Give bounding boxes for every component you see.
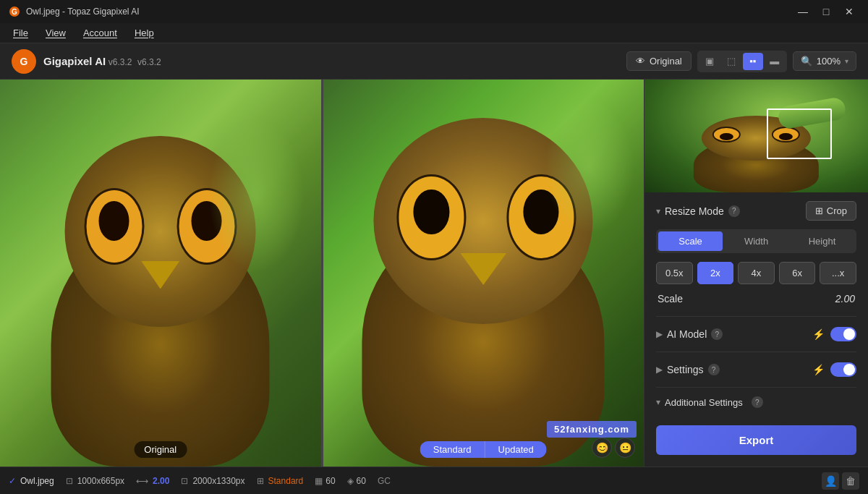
scale-indicator: 2.00	[153, 476, 169, 486]
menu-account[interactable]: Account	[76, 25, 124, 41]
main-content: Original	[0, 80, 868, 467]
scale-label: Scale	[658, 293, 683, 305]
ai-model-label: AI Model	[667, 328, 707, 340]
menu-bar: File View Account Help	[0, 23, 868, 43]
settings-chevron-icon: ▶	[656, 365, 663, 375]
scale-tab-width[interactable]: Width	[724, 231, 788, 251]
ai-model-header[interactable]: ▶ AI Model ? ⚡	[656, 325, 856, 343]
output-dims-item: ⊡ 2000x1330px	[181, 476, 244, 486]
app-name: Gigapixel AI	[43, 55, 106, 67]
mult-2x-button[interactable]: 2x	[697, 262, 734, 284]
svg-text:G: G	[12, 8, 17, 16]
settings-label: Settings	[667, 364, 704, 375]
preset-value: Standard	[268, 476, 304, 486]
preset-icon: ⊞	[257, 476, 264, 486]
app-logo: G Gigapixel AI v6.3.2 v6.3.2	[12, 49, 161, 74]
view-split-active-button[interactable]: ▪▪	[743, 53, 763, 70]
scale-tab-height[interactable]: Height	[790, 231, 854, 251]
scale-arrows-icon: ⟷	[136, 476, 148, 486]
ai-model-chevron-icon: ▶	[656, 329, 663, 339]
zoom-control[interactable]: 🔍 100% ▾	[793, 51, 856, 71]
trash-button[interactable]: 🗑	[842, 472, 859, 490]
preset-item: ⊞ Standard	[257, 476, 304, 486]
bottom-actions: 👤 🗑	[822, 472, 859, 490]
app-version: v6.3.2	[109, 57, 132, 67]
watermark: 52fanxing.com	[547, 421, 637, 438]
settings-help-icon[interactable]: ?	[708, 364, 720, 375]
neutral-mood-button[interactable]: 😐	[615, 438, 635, 458]
scale-tab-scale[interactable]: Scale	[658, 231, 723, 251]
view-controls: 👁 Original ▣ ⬚ ▪▪ ▬ 🔍 100% ▾	[626, 51, 856, 72]
mult-4x-button[interactable]: 4x	[738, 262, 775, 284]
zoom-value: 100%	[817, 56, 841, 67]
app-header: G Gigapixel AI v6.3.2 v6.3.2 👁 Original …	[0, 43, 868, 80]
view-single-button[interactable]: ▣	[699, 53, 720, 70]
menu-file[interactable]: File	[6, 25, 35, 41]
standard-label: Standard	[420, 441, 485, 458]
logo-circle: G	[12, 49, 36, 74]
ai-model-help-icon[interactable]: ?	[711, 328, 723, 340]
scale-value-row: Scale 2.00	[656, 293, 856, 305]
ai-model-toggle[interactable]	[830, 327, 856, 341]
mult-custom-button[interactable]: ...x	[820, 262, 856, 284]
right-sidebar: ▾ Resize Mode ? ⊞ Crop Scale Width Heigh…	[644, 80, 868, 467]
multiplier-row: 0.5x 2x 4x 6x ...x	[656, 262, 856, 284]
ai-model-lightning-icon: ⚡	[812, 328, 825, 340]
noise-item: ▦ 60	[315, 476, 335, 486]
export-button[interactable]: Export	[656, 425, 856, 455]
minimize-button[interactable]: —	[793, 1, 813, 22]
bottom-bar: ✓ Owl.jpeg ⊡ 1000x665px ⟷ 2.00 ⊡ 2000x13…	[0, 467, 868, 494]
person-button[interactable]: 👤	[822, 472, 839, 490]
menu-help[interactable]: Help	[127, 25, 161, 41]
gc-label: GC	[378, 476, 391, 486]
happy-mood-button[interactable]: 😊	[592, 438, 612, 458]
sharpness-item: ◈ 60	[347, 476, 366, 486]
sharpness-value: 60	[357, 476, 366, 486]
scale-tabs: Scale Width Height	[656, 229, 856, 253]
gc-item: GC	[378, 476, 391, 486]
maximize-button[interactable]: □	[816, 1, 836, 22]
thumbnail-image	[644, 80, 868, 192]
view-mode-group: ▣ ⬚ ▪▪ ▬	[697, 51, 787, 72]
thumbnail-viewport	[767, 108, 832, 159]
close-button[interactable]: ✕	[839, 1, 859, 22]
zoom-chevron-icon: ▾	[845, 57, 848, 65]
view-split-v-button[interactable]: ⬚	[721, 53, 741, 70]
original-toggle-button[interactable]: 👁 Original	[626, 51, 692, 71]
scale-item: ⟷ 2.00	[136, 476, 169, 486]
original-label: Original	[650, 56, 682, 67]
noise-value: 60	[326, 476, 335, 486]
settings-header[interactable]: ▶ Settings ? ⚡	[656, 361, 856, 378]
view-split-h-button[interactable]: ▬	[765, 53, 785, 70]
right-image-panel: 😊 😐 Standard Updated 52fanxing.com	[323, 80, 644, 467]
additional-settings-header[interactable]: ▾ Additional Settings ?	[656, 396, 856, 408]
mult-6x-button[interactable]: 6x	[779, 262, 816, 284]
mood-buttons: 😊 😐	[592, 438, 635, 458]
window-title: Owl.jpeg - Topaz Gigapixel AI	[26, 7, 140, 17]
file-name: Owl.jpeg	[20, 476, 54, 486]
resize-mode-section: ▾ Resize Mode ? ⊞ Crop	[656, 201, 856, 221]
output-dims: 2000x1330px	[192, 476, 244, 486]
input-dims-item: ⊡ 1000x665px	[66, 476, 124, 486]
menu-view[interactable]: View	[38, 25, 73, 41]
settings-section: ▶ Settings ? ⚡	[656, 352, 856, 387]
mult-0-5x-button[interactable]: 0.5x	[656, 262, 693, 284]
additional-settings-chevron-icon: ▾	[656, 397, 660, 407]
noise-icon: ▦	[315, 476, 323, 486]
zoom-icon: 🔍	[801, 56, 812, 67]
additional-settings-help-icon[interactable]: ?	[752, 396, 763, 408]
additional-settings-label: Additional Settings	[665, 397, 743, 408]
thumbnail-area	[644, 80, 868, 192]
eye-icon: 👁	[636, 56, 645, 67]
left-panel-label: Original	[134, 441, 187, 458]
input-dims-icon: ⊡	[66, 476, 73, 486]
ai-model-section: ▶ AI Model ? ⚡	[656, 316, 856, 352]
resize-mode-help-icon[interactable]: ?	[728, 205, 740, 217]
crop-button[interactable]: ⊞ Crop	[806, 201, 856, 221]
settings-toggle[interactable]	[830, 362, 856, 377]
resize-mode-label: Resize Mode	[665, 205, 724, 217]
additional-settings-section: ▾ Additional Settings ?	[656, 387, 856, 417]
crop-icon: ⊞	[815, 205, 823, 216]
settings-lightning-icon: ⚡	[812, 364, 825, 375]
left-image-panel: Original	[0, 80, 321, 467]
